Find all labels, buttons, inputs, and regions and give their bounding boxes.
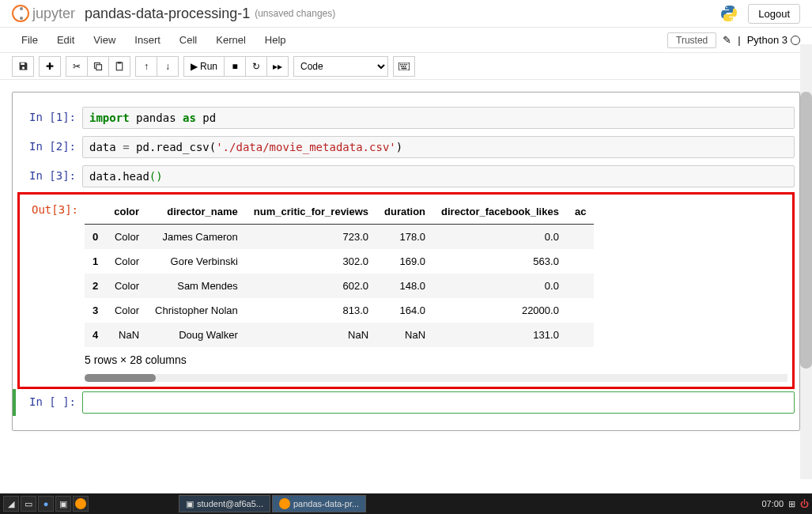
svg-rect-8 xyxy=(402,63,404,65)
taskbar-browser-app[interactable]: pandas-data-pr... xyxy=(272,495,366,512)
svg-rect-3 xyxy=(96,64,102,70)
cell-type-select[interactable]: Code xyxy=(293,56,388,77)
notebook-container: In [1]: import pandas as pd In [2]: data… xyxy=(0,80,812,493)
table-header: num_critic_for_reviews xyxy=(246,199,376,225)
code-cell[interactable]: In [3]: data.head() xyxy=(13,163,799,190)
menubar: File Edit View Insert Cell Kernel Help T… xyxy=(0,28,812,53)
svg-rect-7 xyxy=(400,63,402,65)
svg-point-1 xyxy=(731,19,732,21)
table-header xyxy=(85,199,106,225)
input-prompt: In [1]: xyxy=(17,107,82,129)
taskbar-globe-icon[interactable]: ● xyxy=(38,496,54,512)
taskbar-menu-icon[interactable]: ◢ xyxy=(3,496,19,512)
code-input[interactable]: import pandas as pd xyxy=(82,107,795,129)
dataframe-summary: 5 rows × 28 columns xyxy=(85,347,787,372)
table-row: 2ColorSam Mendes602.0148.00.0 xyxy=(85,274,594,298)
horizontal-scrollbar[interactable] xyxy=(85,374,787,382)
vertical-scrollbar[interactable] xyxy=(800,44,812,479)
table-row: 4NaNDoug WalkerNaNNaN131.0 xyxy=(85,323,594,347)
python-icon xyxy=(719,4,738,23)
logout-button[interactable]: Logout xyxy=(748,4,800,24)
save-status: (unsaved changes) xyxy=(255,8,335,19)
svg-rect-13 xyxy=(405,66,406,67)
command-palette-button[interactable] xyxy=(393,56,415,77)
taskbar-windows-icon[interactable]: ▣ xyxy=(55,496,71,512)
output-prompt: Out[3]: xyxy=(20,199,85,382)
cut-button[interactable]: ✂ xyxy=(66,56,88,77)
kernel-status-icon xyxy=(791,36,800,45)
code-input[interactable] xyxy=(82,391,795,414)
kernel-indicator[interactable]: Python 3 xyxy=(747,34,800,46)
taskbar-firefox-icon[interactable] xyxy=(73,496,89,512)
input-prompt: In [ ]: xyxy=(17,391,82,414)
table-header: duration xyxy=(376,199,433,225)
svg-point-0 xyxy=(726,7,727,9)
code-input[interactable]: data.head() xyxy=(82,165,795,187)
jupyter-icon xyxy=(12,5,29,22)
menu-insert[interactable]: Insert xyxy=(125,29,170,51)
menu-kernel[interactable]: Kernel xyxy=(206,29,255,51)
table-row: 3ColorChristopher Nolan813.0164.022000.0 xyxy=(85,298,594,323)
svg-rect-9 xyxy=(404,63,406,65)
code-input[interactable]: data = pd.read_csv('./data/movie_metadat… xyxy=(82,136,795,158)
jupyter-logo-text: jupyter xyxy=(32,6,75,22)
table-row: 1ColorGore Verbinski302.0169.0563.0 xyxy=(85,249,594,274)
svg-rect-5 xyxy=(118,62,122,63)
notebook-header: jupyter pandas-data-processing-1 (unsave… xyxy=(0,0,812,28)
dataframe-scroll[interactable]: color director_name num_critic_for_revie… xyxy=(85,199,787,347)
copy-button[interactable] xyxy=(87,56,109,77)
menu-edit[interactable]: Edit xyxy=(47,29,84,51)
dataframe-output: color director_name num_critic_for_revie… xyxy=(85,199,787,382)
output-highlighted: Out[3]: color director_name num_critic_f… xyxy=(17,192,795,389)
svg-rect-12 xyxy=(402,66,404,67)
table-header: director_name xyxy=(147,199,246,225)
move-up-button[interactable]: ↑ xyxy=(135,56,157,77)
paste-button[interactable] xyxy=(108,56,130,77)
svg-rect-11 xyxy=(401,66,402,67)
save-button[interactable] xyxy=(12,56,34,77)
notebook-title[interactable]: pandas-data-processing-1 xyxy=(85,6,250,22)
move-down-button[interactable]: ↓ xyxy=(157,56,179,77)
taskbar-tray-icon[interactable]: ⊞ xyxy=(788,499,795,509)
restart-run-all-button[interactable]: ▸▸ xyxy=(266,56,289,77)
code-cell[interactable]: In [2]: data = pd.read_csv('./data/movie… xyxy=(13,134,799,161)
taskbar-desktop-icon[interactable]: ▭ xyxy=(21,496,36,512)
interrupt-button[interactable]: ■ xyxy=(224,56,246,77)
input-prompt: In [2]: xyxy=(17,136,82,158)
scrollbar-thumb[interactable] xyxy=(85,374,156,382)
divider: | xyxy=(738,34,740,46)
menu-view[interactable]: View xyxy=(84,29,125,51)
table-header: ac xyxy=(567,199,594,225)
taskbar-terminal-app[interactable]: ▣ student@af6a5... xyxy=(179,495,270,512)
menu-help[interactable]: Help xyxy=(255,29,296,51)
input-prompt: In [3]: xyxy=(17,165,82,187)
table-header: color xyxy=(106,199,147,225)
taskbar-power-icon[interactable]: ⏻ xyxy=(800,499,809,508)
code-cell[interactable]: In [1]: import pandas as pd xyxy=(13,104,799,131)
scrollbar-thumb[interactable] xyxy=(800,92,812,368)
menu-cell[interactable]: Cell xyxy=(170,29,206,51)
svg-rect-10 xyxy=(406,63,408,65)
jupyter-logo[interactable]: jupyter xyxy=(12,5,75,22)
table-row: 0ColorJames Cameron723.0178.00.0 xyxy=(85,225,594,250)
table-header-row: color director_name num_critic_for_revie… xyxy=(85,199,594,225)
trusted-indicator[interactable]: Trusted xyxy=(667,32,716,48)
edit-mode-icon[interactable]: ✎ xyxy=(723,34,731,46)
toolbar: ✚ ✂ ↑ ↓ ▶ Run ■ ↻ ▸▸ Code xyxy=(0,53,812,80)
restart-button[interactable]: ↻ xyxy=(245,56,267,77)
kernel-name: Python 3 xyxy=(747,34,787,46)
menu-file[interactable]: File xyxy=(12,29,47,51)
svg-rect-14 xyxy=(402,67,407,69)
code-cell-selected[interactable]: In [ ]: xyxy=(13,389,799,416)
os-taskbar: ◢ ▭ ● ▣ ▣ student@af6a5... pandas-data-p… xyxy=(0,493,812,514)
dataframe-table: color director_name num_critic_for_revie… xyxy=(85,199,594,347)
table-header: director_facebook_likes xyxy=(433,199,567,225)
run-button[interactable]: ▶ Run xyxy=(183,56,225,77)
taskbar-clock: 07:00 xyxy=(761,499,784,508)
add-cell-button[interactable]: ✚ xyxy=(39,56,61,77)
